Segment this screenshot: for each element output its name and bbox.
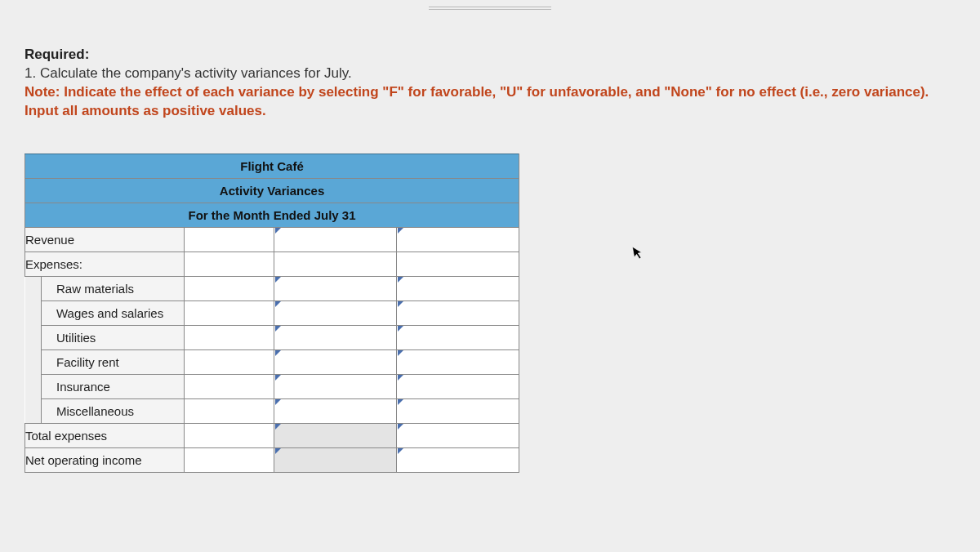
label-revenue: Revenue (25, 233, 74, 247)
net-income-effect-select[interactable] (397, 447, 519, 472)
utilities-amount-input[interactable] (274, 325, 397, 349)
total-expenses-effect-select[interactable] (397, 423, 519, 447)
row-wages: Wages and salaries (25, 300, 519, 325)
total-expenses-amount[interactable] (274, 423, 397, 447)
row-utilities: Utilities (25, 325, 519, 349)
expenses-blank2 (274, 252, 397, 276)
wages-amount-input[interactable] (274, 300, 397, 325)
table-header-period: For the Month Ended July 31 (25, 203, 519, 227)
insurance-effect-select[interactable] (397, 374, 519, 398)
question-text: 1. Calculate the company's activity vari… (24, 65, 352, 81)
expenses-blank3 (397, 252, 519, 276)
insurance-amount-input[interactable] (274, 374, 397, 398)
note-text: Note: Indicate the effect of each varian… (24, 84, 929, 118)
utilities-blank (185, 325, 274, 349)
row-total-expenses: Total expenses (25, 423, 519, 447)
required-label: Required: (24, 47, 89, 62)
label-raw-materials: Raw materials (42, 282, 134, 296)
row-insurance: Insurance (25, 374, 519, 398)
label-utilities: Utilities (42, 331, 96, 345)
label-insurance: Insurance (42, 380, 110, 394)
label-total-expenses: Total expenses (25, 429, 107, 443)
table-header-title: Activity Variances (25, 178, 519, 203)
misc-amount-input[interactable] (274, 398, 397, 423)
facility-rent-amount-input[interactable] (274, 349, 397, 374)
variance-table: Flight Café Activity Variances For the M… (24, 154, 519, 473)
instructions-block: Required: 1. Calculate the company's act… (24, 46, 956, 121)
revenue-col-blank (185, 227, 274, 252)
raw-materials-effect-select[interactable] (397, 276, 519, 300)
total-blank (185, 423, 274, 447)
row-raw-materials: Raw materials (25, 276, 519, 300)
row-facility-rent: Facility rent (25, 349, 519, 374)
row-expenses-header: Expenses: (25, 252, 519, 276)
revenue-amount-input[interactable] (274, 227, 397, 252)
expenses-blank1 (185, 252, 274, 276)
wages-blank (185, 300, 274, 325)
label-facility-rent: Facility rent (42, 355, 119, 369)
misc-effect-select[interactable] (397, 398, 519, 423)
utilities-effect-select[interactable] (397, 325, 519, 349)
table-header-company: Flight Café (25, 154, 519, 178)
raw-materials-blank (185, 276, 274, 300)
cursor-icon (631, 244, 646, 264)
drag-handle (429, 7, 551, 10)
facility-rent-effect-select[interactable] (397, 349, 519, 374)
label-misc: Miscellaneous (42, 404, 134, 418)
facility-blank (185, 349, 274, 374)
misc-blank (185, 398, 274, 423)
net-blank (185, 447, 274, 472)
insurance-blank (185, 374, 274, 398)
label-wages: Wages and salaries (42, 306, 163, 320)
row-misc: Miscellaneous (25, 398, 519, 423)
raw-materials-amount-input[interactable] (274, 276, 397, 300)
wages-effect-select[interactable] (397, 300, 519, 325)
row-revenue: Revenue (25, 227, 519, 252)
label-net-income: Net operating income (25, 453, 142, 467)
row-net-income: Net operating income (25, 447, 519, 472)
net-income-amount[interactable] (274, 447, 397, 472)
label-expenses: Expenses: (25, 257, 82, 271)
revenue-effect-select[interactable] (397, 227, 519, 252)
